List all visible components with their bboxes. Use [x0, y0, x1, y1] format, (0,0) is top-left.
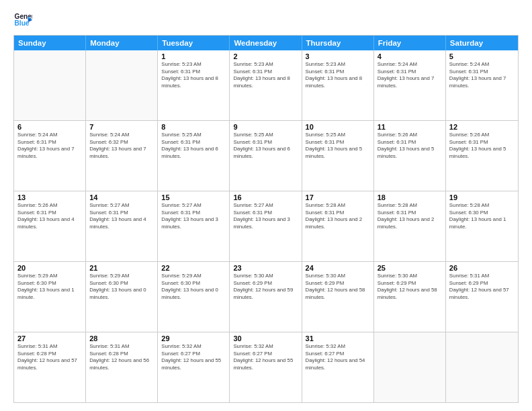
day-number: 22	[161, 264, 226, 272]
empty-cell	[86, 50, 158, 120]
day-number: 19	[449, 193, 515, 201]
day-number: 31	[306, 334, 370, 342]
day-cell-25: 25Sunrise: 5:30 AM Sunset: 6:29 PM Dayli…	[374, 262, 446, 332]
day-info: Sunrise: 5:24 AM Sunset: 6:32 PM Dayligh…	[89, 132, 154, 160]
day-info: Sunrise: 5:29 AM Sunset: 6:30 PM Dayligh…	[89, 273, 154, 301]
empty-cell	[14, 50, 86, 120]
day-number: 4	[378, 52, 442, 60]
day-info: Sunrise: 5:27 AM Sunset: 6:31 PM Dayligh…	[89, 202, 154, 230]
day-cell-17: 17Sunrise: 5:28 AM Sunset: 6:31 PM Dayli…	[302, 191, 374, 261]
day-cell-23: 23Sunrise: 5:30 AM Sunset: 6:29 PM Dayli…	[230, 262, 302, 332]
day-info: Sunrise: 5:24 AM Sunset: 6:31 PM Dayligh…	[449, 61, 515, 89]
day-number: 15	[161, 193, 226, 201]
day-number: 18	[378, 193, 442, 201]
day-number: 20	[17, 264, 82, 272]
day-cell-16: 16Sunrise: 5:27 AM Sunset: 6:31 PM Dayli…	[230, 191, 302, 261]
empty-cell	[374, 332, 446, 402]
day-info: Sunrise: 5:31 AM Sunset: 6:28 PM Dayligh…	[17, 343, 82, 371]
day-number: 6	[17, 123, 82, 131]
day-cell-26: 26Sunrise: 5:31 AM Sunset: 6:29 PM Dayli…	[446, 262, 518, 332]
day-cell-18: 18Sunrise: 5:28 AM Sunset: 6:31 PM Dayli…	[374, 191, 446, 261]
day-number: 8	[161, 123, 226, 131]
day-cell-14: 14Sunrise: 5:27 AM Sunset: 6:31 PM Dayli…	[86, 191, 158, 261]
day-cell-3: 3Sunrise: 5:23 AM Sunset: 6:31 PM Daylig…	[302, 50, 374, 120]
day-number: 11	[378, 123, 442, 131]
day-cell-9: 9Sunrise: 5:25 AM Sunset: 6:31 PM Daylig…	[230, 121, 302, 191]
weekday-header-sunday: Sunday	[14, 36, 86, 50]
calendar-row-3: 13Sunrise: 5:26 AM Sunset: 6:31 PM Dayli…	[14, 191, 518, 261]
day-info: Sunrise: 5:25 AM Sunset: 6:31 PM Dayligh…	[161, 132, 226, 160]
day-number: 29	[161, 334, 226, 342]
day-info: Sunrise: 5:29 AM Sunset: 6:30 PM Dayligh…	[161, 273, 226, 301]
day-cell-22: 22Sunrise: 5:29 AM Sunset: 6:30 PM Dayli…	[158, 262, 230, 332]
day-number: 9	[233, 123, 298, 131]
day-cell-7: 7Sunrise: 5:24 AM Sunset: 6:32 PM Daylig…	[86, 121, 158, 191]
day-info: Sunrise: 5:23 AM Sunset: 6:31 PM Dayligh…	[161, 61, 226, 89]
day-number: 1	[161, 52, 226, 60]
day-info: Sunrise: 5:25 AM Sunset: 6:31 PM Dayligh…	[306, 132, 370, 160]
day-cell-1: 1Sunrise: 5:23 AM Sunset: 6:31 PM Daylig…	[158, 50, 230, 120]
day-info: Sunrise: 5:23 AM Sunset: 6:31 PM Dayligh…	[233, 61, 298, 89]
day-info: Sunrise: 5:28 AM Sunset: 6:30 PM Dayligh…	[449, 202, 515, 230]
calendar: SundayMondayTuesdayWednesdayThursdayFrid…	[13, 35, 519, 403]
day-cell-31: 31Sunrise: 5:32 AM Sunset: 6:27 PM Dayli…	[302, 332, 374, 402]
day-info: Sunrise: 5:26 AM Sunset: 6:31 PM Dayligh…	[449, 132, 515, 160]
day-cell-5: 5Sunrise: 5:24 AM Sunset: 6:31 PM Daylig…	[446, 50, 518, 120]
day-number: 30	[233, 334, 298, 342]
day-info: Sunrise: 5:28 AM Sunset: 6:31 PM Dayligh…	[306, 202, 370, 230]
day-number: 28	[89, 334, 154, 342]
day-number: 17	[306, 193, 370, 201]
header: General Blue	[13, 11, 519, 30]
weekday-header-monday: Monday	[86, 36, 158, 50]
day-info: Sunrise: 5:27 AM Sunset: 6:31 PM Dayligh…	[161, 202, 226, 230]
day-number: 16	[233, 193, 298, 201]
day-cell-11: 11Sunrise: 5:26 AM Sunset: 6:31 PM Dayli…	[374, 121, 446, 191]
day-cell-15: 15Sunrise: 5:27 AM Sunset: 6:31 PM Dayli…	[158, 191, 230, 261]
day-number: 23	[233, 264, 298, 272]
calendar-row-2: 6Sunrise: 5:24 AM Sunset: 6:31 PM Daylig…	[14, 120, 518, 191]
calendar-body: 1Sunrise: 5:23 AM Sunset: 6:31 PM Daylig…	[14, 50, 518, 402]
day-cell-27: 27Sunrise: 5:31 AM Sunset: 6:28 PM Dayli…	[14, 332, 86, 402]
day-info: Sunrise: 5:24 AM Sunset: 6:31 PM Dayligh…	[378, 61, 442, 89]
day-number: 21	[89, 264, 154, 272]
day-cell-6: 6Sunrise: 5:24 AM Sunset: 6:31 PM Daylig…	[14, 121, 86, 191]
day-cell-4: 4Sunrise: 5:24 AM Sunset: 6:31 PM Daylig…	[374, 50, 446, 120]
day-cell-21: 21Sunrise: 5:29 AM Sunset: 6:30 PM Dayli…	[86, 262, 158, 332]
day-info: Sunrise: 5:30 AM Sunset: 6:29 PM Dayligh…	[306, 273, 370, 301]
day-cell-30: 30Sunrise: 5:32 AM Sunset: 6:27 PM Dayli…	[230, 332, 302, 402]
day-cell-2: 2Sunrise: 5:23 AM Sunset: 6:31 PM Daylig…	[230, 50, 302, 120]
day-info: Sunrise: 5:27 AM Sunset: 6:31 PM Dayligh…	[233, 202, 298, 230]
day-cell-10: 10Sunrise: 5:25 AM Sunset: 6:31 PM Dayli…	[302, 121, 374, 191]
calendar-row-1: 1Sunrise: 5:23 AM Sunset: 6:31 PM Daylig…	[14, 50, 518, 120]
calendar-row-5: 27Sunrise: 5:31 AM Sunset: 6:28 PM Dayli…	[14, 332, 518, 402]
day-number: 7	[89, 123, 154, 131]
weekday-header-wednesday: Wednesday	[230, 36, 302, 50]
calendar-row-4: 20Sunrise: 5:29 AM Sunset: 6:30 PM Dayli…	[14, 261, 518, 332]
day-cell-28: 28Sunrise: 5:31 AM Sunset: 6:28 PM Dayli…	[86, 332, 158, 402]
day-info: Sunrise: 5:26 AM Sunset: 6:31 PM Dayligh…	[17, 202, 82, 230]
day-number: 13	[17, 193, 82, 201]
day-number: 14	[89, 193, 154, 201]
day-number: 26	[449, 264, 515, 272]
day-info: Sunrise: 5:31 AM Sunset: 6:28 PM Dayligh…	[89, 343, 154, 371]
day-info: Sunrise: 5:32 AM Sunset: 6:27 PM Dayligh…	[306, 343, 370, 371]
day-cell-29: 29Sunrise: 5:32 AM Sunset: 6:27 PM Dayli…	[158, 332, 230, 402]
day-cell-24: 24Sunrise: 5:30 AM Sunset: 6:29 PM Dayli…	[302, 262, 374, 332]
day-number: 25	[378, 264, 442, 272]
day-info: Sunrise: 5:30 AM Sunset: 6:29 PM Dayligh…	[233, 273, 298, 301]
day-cell-19: 19Sunrise: 5:28 AM Sunset: 6:30 PM Dayli…	[446, 191, 518, 261]
day-info: Sunrise: 5:32 AM Sunset: 6:27 PM Dayligh…	[233, 343, 298, 371]
page: General Blue SundayMondayTuesdayWednesda…	[0, 0, 532, 411]
empty-cell	[446, 332, 518, 402]
weekday-header-friday: Friday	[374, 36, 446, 50]
day-cell-13: 13Sunrise: 5:26 AM Sunset: 6:31 PM Dayli…	[14, 191, 86, 261]
day-number: 3	[306, 52, 370, 60]
day-cell-12: 12Sunrise: 5:26 AM Sunset: 6:31 PM Dayli…	[446, 121, 518, 191]
svg-text:Blue: Blue	[15, 19, 30, 27]
day-cell-20: 20Sunrise: 5:29 AM Sunset: 6:30 PM Dayli…	[14, 262, 86, 332]
weekday-header-thursday: Thursday	[302, 36, 374, 50]
day-info: Sunrise: 5:25 AM Sunset: 6:31 PM Dayligh…	[233, 132, 298, 160]
day-info: Sunrise: 5:28 AM Sunset: 6:31 PM Dayligh…	[378, 202, 442, 230]
weekday-header-saturday: Saturday	[446, 36, 518, 50]
day-info: Sunrise: 5:24 AM Sunset: 6:31 PM Dayligh…	[17, 132, 82, 160]
